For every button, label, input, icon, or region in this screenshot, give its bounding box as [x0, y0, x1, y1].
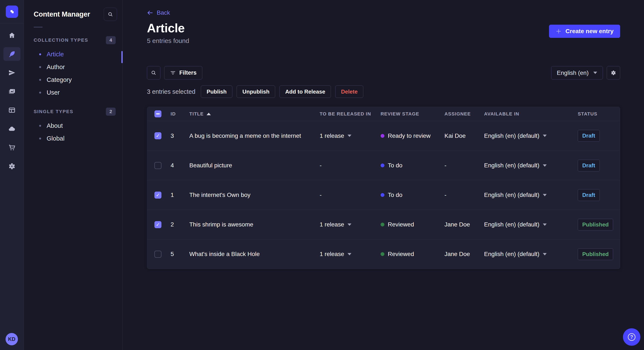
entries-count: 5 entries found	[147, 37, 620, 44]
table-row[interactable]: ✓1The internet's Own boy-To do-English (…	[147, 180, 620, 210]
sidebar-item-global[interactable]: Global	[24, 132, 122, 145]
sidebar-item-about[interactable]: About	[24, 119, 122, 132]
table-row[interactable]: 4Beautiful picture-To do-English (en) (d…	[147, 151, 620, 180]
cell-to-be-released-in[interactable]: 1 release	[320, 221, 380, 228]
row-checkbox[interactable]	[154, 251, 162, 258]
section-count-badge: 4	[106, 36, 116, 44]
add-to-release-button[interactable]: Add to Release	[280, 85, 331, 98]
cell-title: Beautiful picture	[189, 162, 320, 169]
cell-to-be-released-in[interactable]: 1 release	[320, 251, 380, 257]
chevron-down-icon	[348, 253, 352, 255]
help-button[interactable]: ?	[623, 328, 640, 346]
cell-to-be-released-in[interactable]: 1 release	[320, 133, 380, 139]
column-header-status[interactable]: STATUS	[578, 111, 620, 117]
strapi-logo-icon[interactable]	[6, 5, 18, 18]
row-checkbox[interactable]: ✓	[154, 191, 162, 199]
sort-ascending-icon	[206, 113, 211, 115]
cell-title: The internet's Own boy	[189, 191, 320, 198]
sidebar: Content Manager COLLECTION TYPES 4 Artic…	[24, 0, 123, 350]
column-header-available-in[interactable]: AVAILABLE IN	[484, 111, 578, 117]
publish-button[interactable]: Publish	[201, 85, 232, 98]
unpublish-button[interactable]: Unpublish	[236, 85, 275, 98]
create-new-entry-button[interactable]: Create new entry	[549, 25, 620, 38]
nav-rail: KD	[0, 0, 24, 350]
column-header-review-stage[interactable]: REVIEW STAGE	[380, 111, 444, 117]
chevron-down-icon	[348, 223, 352, 226]
home-icon[interactable]	[4, 28, 20, 42]
sidebar-item-label: Global	[47, 135, 64, 142]
chevron-down-icon	[543, 135, 547, 137]
section-count-badge: 2	[106, 108, 116, 116]
question-mark-icon: ?	[628, 333, 636, 341]
cell-available-in[interactable]: English (en) (default)	[484, 221, 578, 228]
select-all-checkbox[interactable]	[154, 110, 162, 117]
table-row[interactable]: ✓2This shrimp is awesome1 releaseReviewe…	[147, 210, 620, 239]
bullet-icon	[39, 125, 41, 127]
chevron-down-icon	[543, 223, 547, 226]
cell-assignee: -	[444, 162, 484, 169]
cell-available-in[interactable]: English (en) (default)	[484, 162, 578, 169]
bullet-icon	[39, 92, 41, 94]
bullet-icon	[39, 53, 41, 55]
cloud-icon[interactable]	[4, 122, 20, 136]
table-row[interactable]: ✓3A bug is becoming a meme on the intern…	[147, 121, 620, 151]
bullet-icon	[39, 66, 41, 68]
cell-to-be-released-in: -	[320, 191, 380, 198]
table-header-row: ID TITLE TO BE RELEASED IN REVIEW STAGE …	[147, 107, 620, 121]
cell-review-stage: To do	[380, 162, 444, 169]
search-icon[interactable]	[104, 8, 117, 21]
cell-status: Draft	[578, 130, 620, 142]
stage-dot-icon	[380, 164, 384, 167]
column-header-to-be-released-in[interactable]: TO BE RELEASED IN	[320, 111, 380, 117]
column-header-title[interactable]: TITLE	[189, 111, 320, 117]
section-single-types: SINGLE TYPES 2 About Global	[24, 107, 122, 145]
settings-gear-icon[interactable]	[4, 160, 20, 173]
section-collection-types: COLLECTION TYPES 4 Article Author Catego…	[24, 35, 122, 99]
rail-nav	[4, 28, 20, 173]
sidebar-item-user[interactable]: User	[24, 86, 122, 99]
cell-available-in[interactable]: English (en) (default)	[484, 251, 578, 257]
sidebar-divider	[34, 27, 42, 27]
sidebar-item-article[interactable]: Article	[24, 48, 122, 61]
marketplace-cart-icon[interactable]	[4, 141, 20, 154]
sidebar-item-category[interactable]: Category	[24, 73, 122, 86]
rail-divider	[0, 23, 24, 23]
cell-review-stage: Reviewed	[380, 221, 444, 228]
locale-select[interactable]: English (en)	[551, 66, 603, 80]
cell-id: 3	[170, 133, 189, 139]
stage-dot-icon	[380, 252, 384, 256]
media-library-icon[interactable]	[4, 85, 20, 98]
row-checkbox[interactable]	[154, 162, 162, 169]
section-label: COLLECTION TYPES	[34, 37, 88, 43]
cell-status: Draft	[578, 160, 620, 172]
bullet-icon	[39, 79, 41, 81]
cell-status: Draft	[578, 189, 620, 201]
sidebar-title: Content Manager	[34, 10, 90, 18]
cell-review-stage: To do	[380, 191, 444, 198]
status-badge: Published	[578, 248, 613, 260]
filters-button[interactable]: Filters	[164, 66, 202, 80]
table-row[interactable]: 5What's inside a Black Hole1 releaseRevi…	[147, 239, 620, 269]
chevron-down-icon	[543, 164, 547, 167]
column-header-id[interactable]: ID	[170, 111, 189, 117]
row-checkbox[interactable]: ✓	[154, 132, 162, 139]
chevron-down-icon	[543, 194, 547, 196]
locale-value: English (en)	[557, 70, 589, 76]
content-manager-feather-icon[interactable]	[4, 47, 20, 61]
cell-available-in[interactable]: English (en) (default)	[484, 133, 578, 139]
back-link[interactable]: Back	[147, 9, 170, 16]
selection-summary: 3 entries selected	[147, 88, 195, 95]
content-builder-icon[interactable]	[4, 103, 20, 117]
sidebar-item-author[interactable]: Author	[24, 61, 122, 73]
selection-bar: 3 entries selected Publish Unpublish Add…	[147, 85, 620, 98]
filter-icon	[170, 70, 176, 76]
delete-button[interactable]: Delete	[335, 85, 363, 98]
paper-plane-icon[interactable]	[4, 66, 20, 80]
view-settings-gear-icon[interactable]	[607, 66, 620, 80]
search-icon[interactable]	[147, 66, 160, 80]
sidebar-item-label: About	[47, 122, 63, 129]
column-header-assignee[interactable]: ASSIGNEE	[444, 111, 484, 117]
user-avatar[interactable]: KD	[6, 333, 18, 345]
row-checkbox[interactable]: ✓	[154, 221, 162, 228]
cell-available-in[interactable]: English (en) (default)	[484, 191, 578, 198]
